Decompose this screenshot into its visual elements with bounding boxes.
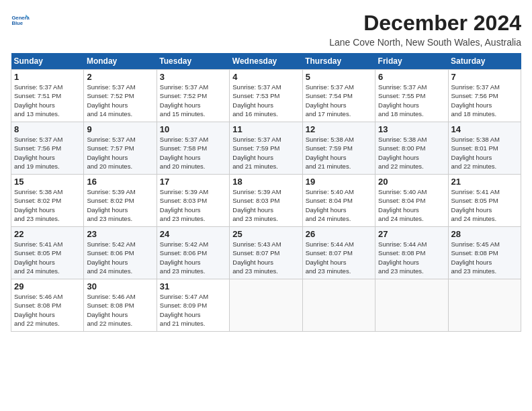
day-info: Sunrise: 5:46 AMSunset: 8:08 PMDaylight …: [14, 293, 62, 327]
table-row: [302, 279, 375, 332]
day-info: Sunrise: 5:40 AMSunset: 8:04 PMDaylight …: [378, 188, 427, 222]
general-blue-icon: General Blue: [11, 11, 30, 30]
day-number: 24: [160, 229, 226, 239]
day-number: 11: [232, 124, 299, 134]
table-row: 4 Sunrise: 5:37 AMSunset: 7:53 PMDayligh…: [230, 70, 302, 122]
day-info: Sunrise: 5:37 AMSunset: 7:57 PMDaylight …: [87, 136, 135, 170]
day-number: 25: [232, 229, 299, 239]
month-title: December 2024: [329, 11, 521, 36]
svg-text:Blue: Blue: [11, 20, 23, 26]
col-thursday: Thursday: [302, 53, 375, 70]
day-number: 30: [87, 281, 153, 291]
col-monday: Monday: [84, 53, 157, 70]
day-info: Sunrise: 5:37 AMSunset: 7:55 PMDaylight …: [378, 83, 427, 118]
day-info: Sunrise: 5:37 AMSunset: 7:53 PMDaylight …: [232, 83, 281, 118]
table-row: 5 Sunrise: 5:37 AMSunset: 7:54 PMDayligh…: [302, 70, 375, 122]
day-info: Sunrise: 5:40 AMSunset: 8:04 PMDaylight …: [306, 188, 354, 222]
col-tuesday: Tuesday: [157, 53, 229, 70]
table-row: 29 Sunrise: 5:46 AMSunset: 8:08 PMDaylig…: [11, 279, 84, 332]
table-row: 12 Sunrise: 5:38 AMSunset: 7:59 PMDaylig…: [302, 122, 375, 175]
day-number: 16: [87, 177, 153, 187]
day-info: Sunrise: 5:38 AMSunset: 8:00 PMDaylight …: [378, 136, 427, 170]
table-row: 14 Sunrise: 5:38 AMSunset: 8:01 PMDaylig…: [448, 122, 521, 175]
table-row: [375, 279, 448, 332]
col-sunday: Sunday: [11, 53, 84, 70]
table-row: 3 Sunrise: 5:37 AMSunset: 7:52 PMDayligh…: [157, 70, 229, 122]
day-info: Sunrise: 5:38 AMSunset: 8:02 PMDaylight …: [14, 188, 62, 222]
day-info: Sunrise: 5:47 AMSunset: 8:09 PMDaylight …: [160, 293, 208, 327]
day-info: Sunrise: 5:44 AMSunset: 8:07 PMDaylight …: [306, 240, 354, 275]
day-number: 26: [306, 229, 372, 239]
table-row: 15 Sunrise: 5:38 AMSunset: 8:02 PMDaylig…: [11, 175, 84, 227]
table-row: 23 Sunrise: 5:42 AMSunset: 8:06 PMDaylig…: [84, 227, 157, 279]
day-info: Sunrise: 5:39 AMSunset: 8:02 PMDaylight …: [87, 188, 135, 222]
table-row: 16 Sunrise: 5:39 AMSunset: 8:02 PMDaylig…: [84, 175, 157, 227]
table-row: 27 Sunrise: 5:44 AMSunset: 8:08 PMDaylig…: [375, 227, 448, 279]
day-number: 21: [451, 177, 518, 187]
table-row: 30 Sunrise: 5:46 AMSunset: 8:08 PMDaylig…: [84, 279, 157, 332]
day-number: 20: [378, 177, 445, 187]
title-block: December 2024 Lane Cove North, New South…: [329, 11, 521, 48]
day-number: 5: [306, 72, 372, 82]
day-number: 19: [306, 177, 372, 187]
day-info: Sunrise: 5:37 AMSunset: 7:56 PMDaylight …: [451, 83, 500, 118]
day-number: 10: [160, 124, 226, 134]
table-row: 21 Sunrise: 5:41 AMSunset: 8:05 PMDaylig…: [448, 175, 521, 227]
table-row: 20 Sunrise: 5:40 AMSunset: 8:04 PMDaylig…: [375, 175, 448, 227]
day-info: Sunrise: 5:41 AMSunset: 8:05 PMDaylight …: [451, 188, 500, 222]
day-info: Sunrise: 5:42 AMSunset: 8:06 PMDaylight …: [160, 240, 208, 275]
day-number: 4: [232, 72, 299, 82]
table-row: 25 Sunrise: 5:43 AMSunset: 8:07 PMDaylig…: [230, 227, 302, 279]
table-row: 26 Sunrise: 5:44 AMSunset: 8:07 PMDaylig…: [302, 227, 375, 279]
col-friday: Friday: [375, 53, 448, 70]
day-info: Sunrise: 5:44 AMSunset: 8:08 PMDaylight …: [378, 240, 427, 275]
table-row: 7 Sunrise: 5:37 AMSunset: 7:56 PMDayligh…: [448, 70, 521, 122]
day-number: 6: [378, 72, 445, 82]
day-info: Sunrise: 5:39 AMSunset: 8:03 PMDaylight …: [160, 188, 208, 222]
day-info: Sunrise: 5:38 AMSunset: 8:01 PMDaylight …: [451, 136, 500, 170]
day-number: 14: [451, 124, 518, 134]
table-row: 17 Sunrise: 5:39 AMSunset: 8:03 PMDaylig…: [157, 175, 229, 227]
day-number: 17: [160, 177, 226, 187]
table-row: 22 Sunrise: 5:41 AMSunset: 8:05 PMDaylig…: [11, 227, 84, 279]
day-info: Sunrise: 5:38 AMSunset: 7:59 PMDaylight …: [306, 136, 354, 170]
day-number: 8: [14, 124, 81, 134]
day-info: Sunrise: 5:37 AMSunset: 7:52 PMDaylight …: [87, 83, 135, 118]
table-row: 10 Sunrise: 5:37 AMSunset: 7:58 PMDaylig…: [157, 122, 229, 175]
day-info: Sunrise: 5:41 AMSunset: 8:05 PMDaylight …: [14, 240, 62, 275]
day-number: 18: [232, 177, 299, 187]
day-number: 28: [451, 229, 518, 239]
day-info: Sunrise: 5:43 AMSunset: 8:07 PMDaylight …: [232, 240, 281, 275]
day-info: Sunrise: 5:37 AMSunset: 7:51 PMDaylight …: [14, 83, 62, 118]
table-row: 18 Sunrise: 5:39 AMSunset: 8:03 PMDaylig…: [230, 175, 302, 227]
table-row: 8 Sunrise: 5:37 AMSunset: 7:56 PMDayligh…: [11, 122, 84, 175]
day-info: Sunrise: 5:45 AMSunset: 8:08 PMDaylight …: [451, 240, 500, 275]
day-number: 1: [14, 72, 81, 82]
day-number: 9: [87, 124, 153, 134]
day-number: 3: [160, 72, 226, 82]
table-row: 6 Sunrise: 5:37 AMSunset: 7:55 PMDayligh…: [375, 70, 448, 122]
table-row: 31 Sunrise: 5:47 AMSunset: 8:09 PMDaylig…: [157, 279, 229, 332]
table-row: 19 Sunrise: 5:40 AMSunset: 8:04 PMDaylig…: [302, 175, 375, 227]
day-number: 15: [14, 177, 81, 187]
col-wednesday: Wednesday: [230, 53, 302, 70]
day-info: Sunrise: 5:42 AMSunset: 8:06 PMDaylight …: [87, 240, 135, 275]
table-row: 13 Sunrise: 5:38 AMSunset: 8:00 PMDaylig…: [375, 122, 448, 175]
day-info: Sunrise: 5:37 AMSunset: 7:56 PMDaylight …: [14, 136, 62, 170]
day-number: 2: [87, 72, 153, 82]
location-subtitle: Lane Cove North, New South Wales, Austra…: [329, 37, 521, 48]
day-info: Sunrise: 5:37 AMSunset: 7:58 PMDaylight …: [160, 136, 208, 170]
table-row: 11 Sunrise: 5:37 AMSunset: 7:59 PMDaylig…: [230, 122, 302, 175]
logo: General Blue: [11, 11, 32, 30]
page-header: General Blue December 2024 Lane Cove Nor…: [11, 11, 521, 48]
day-info: Sunrise: 5:37 AMSunset: 7:59 PMDaylight …: [232, 136, 281, 170]
day-number: 29: [14, 281, 81, 291]
calendar-table: Sunday Monday Tuesday Wednesday Thursday…: [11, 53, 521, 332]
table-row: 2 Sunrise: 5:37 AMSunset: 7:52 PMDayligh…: [84, 70, 157, 122]
day-number: 7: [451, 72, 518, 82]
day-info: Sunrise: 5:37 AMSunset: 7:54 PMDaylight …: [306, 83, 354, 118]
table-row: 28 Sunrise: 5:45 AMSunset: 8:08 PMDaylig…: [448, 227, 521, 279]
table-row: [230, 279, 302, 332]
col-saturday: Saturday: [448, 53, 521, 70]
svg-text:General: General: [11, 15, 30, 21]
